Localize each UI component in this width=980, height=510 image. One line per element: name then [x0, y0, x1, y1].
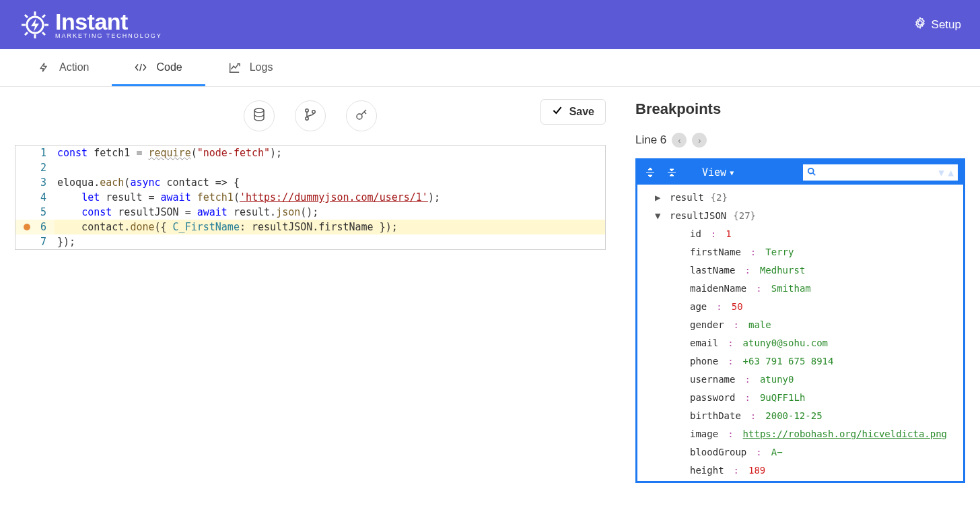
- prev-breakpoint-button[interactable]: ‹: [672, 133, 687, 148]
- variable-key: birthDate: [690, 407, 741, 425]
- viewer-toolbar: View ▼ ▼ ▲: [637, 160, 963, 185]
- code-line[interactable]: 7});: [15, 234, 605, 249]
- save-button[interactable]: Save: [540, 99, 606, 125]
- variable-row[interactable]: firstName:Terry: [641, 243, 963, 261]
- variable-row[interactable]: height:189: [641, 461, 963, 480]
- brand-name: Instant: [55, 10, 162, 33]
- variable-value: 9uQFF1Lh: [760, 389, 805, 407]
- variable-key: gender: [690, 316, 724, 334]
- expand-vertical-icon[interactable]: [643, 167, 658, 178]
- code-content[interactable]: const fetch1 = require("node-fetch");: [55, 146, 605, 160]
- code-content[interactable]: const resultJSON = await result.json();: [55, 205, 605, 220]
- line-number[interactable]: 5: [15, 205, 55, 220]
- svg-point-2: [306, 109, 308, 112]
- tab-logs-label: Logs: [250, 61, 273, 73]
- breakpoint-nav: Line 6 ‹ ›: [635, 133, 965, 148]
- line-number[interactable]: 7: [15, 234, 55, 249]
- view-dropdown[interactable]: View ▼: [702, 166, 734, 179]
- brand-gear-bolt-icon: [19, 9, 51, 41]
- variable-count: {2}: [711, 189, 728, 207]
- chevron-right-icon: ›: [698, 135, 701, 146]
- tab-code[interactable]: Code: [112, 49, 205, 86]
- line-number[interactable]: 2: [15, 160, 55, 175]
- variable-row[interactable]: birthDate:2000-12-25: [641, 407, 963, 425]
- variable-row[interactable]: bloodGroup:A−: [641, 443, 963, 461]
- brand-tagline: MARKETING TECHNOLOGY: [55, 33, 162, 39]
- svg-point-4: [312, 110, 315, 113]
- code-line[interactable]: 4 let result = await fetch1('https://dum…: [15, 190, 605, 205]
- variable-row[interactable]: ▶result {2}: [641, 189, 963, 207]
- key-button[interactable]: [346, 100, 377, 131]
- variable-row[interactable]: password:9uQFF1Lh: [641, 389, 963, 407]
- tab-action-label: Action: [59, 61, 89, 73]
- code-line[interactable]: 2: [15, 160, 605, 175]
- database-icon: [252, 108, 266, 124]
- variable-value: https://robohash.org/hicveldicta.png: [743, 425, 947, 443]
- colon: :: [731, 316, 742, 334]
- variable-key: username: [690, 371, 735, 389]
- search-prev-icon[interactable]: ▲: [948, 167, 954, 178]
- code-content[interactable]: });: [55, 234, 605, 249]
- branch-button[interactable]: [295, 100, 326, 131]
- variable-row[interactable]: maidenName:Smitham: [641, 280, 963, 298]
- variable-value: Smitham: [771, 280, 811, 298]
- top-header: Instant MARKETING TECHNOLOGY Setup: [0, 0, 980, 49]
- variable-row[interactable]: lastName:Medhurst: [641, 261, 963, 280]
- variable-row[interactable]: phone:+63 791 675 8914: [641, 352, 963, 371]
- code-content[interactable]: contact.done({ C_FirstName: resultJSON.f…: [55, 220, 605, 234]
- variable-row[interactable]: image:https://robohash.org/hicveldicta.p…: [641, 425, 963, 443]
- git-branch-icon: [304, 108, 317, 124]
- colon: :: [725, 425, 736, 443]
- variable-key: email: [690, 334, 718, 352]
- variable-row[interactable]: id:1: [641, 225, 963, 243]
- variable-row[interactable]: username:atuny0: [641, 371, 963, 389]
- line-number[interactable]: 3: [15, 175, 55, 190]
- variable-key: image: [690, 425, 718, 443]
- variable-row[interactable]: email:atuny0@sohu.com: [641, 334, 963, 352]
- setup-button[interactable]: Setup: [914, 17, 961, 32]
- variable-row[interactable]: gender:male: [641, 316, 963, 334]
- tab-action[interactable]: Action: [15, 49, 112, 86]
- tabs-row: Action Code Logs: [0, 49, 980, 87]
- search-icon: [807, 167, 816, 179]
- save-label: Save: [569, 106, 594, 118]
- variable-key: age: [690, 298, 707, 316]
- chevron-left-icon: ‹: [678, 135, 680, 146]
- next-breakpoint-button[interactable]: ›: [692, 133, 707, 148]
- code-content[interactable]: let result = await fetch1('https://dummy…: [55, 190, 605, 205]
- colon: :: [725, 334, 736, 352]
- variable-value: Terry: [765, 243, 794, 261]
- svg-point-5: [357, 114, 362, 119]
- key-icon: [355, 108, 368, 124]
- viewer-search[interactable]: ▼ ▲: [803, 164, 958, 181]
- code-line[interactable]: 6 contact.done({ C_FirstName: resultJSON…: [15, 220, 605, 234]
- code-line[interactable]: 3eloqua.each(async contact => {: [15, 175, 605, 190]
- search-next-icon[interactable]: ▼: [938, 167, 944, 178]
- variable-row[interactable]: age:50: [641, 298, 963, 316]
- code-line[interactable]: 5 const resultJSON = await result.json()…: [15, 205, 605, 220]
- bolt-icon: [38, 61, 50, 73]
- variable-row[interactable]: ▼resultJSON {27}: [641, 207, 963, 225]
- code-content[interactable]: [55, 160, 605, 175]
- viewer-search-input[interactable]: [820, 168, 934, 178]
- collapse-vertical-icon[interactable]: [664, 167, 679, 178]
- caret-right-icon[interactable]: ▶: [655, 189, 663, 207]
- tab-logs[interactable]: Logs: [205, 49, 296, 86]
- caret-down-icon[interactable]: ▼: [655, 207, 663, 225]
- line-number[interactable]: 1: [15, 146, 55, 160]
- breakpoint-dot-icon[interactable]: [24, 224, 30, 230]
- line-number[interactable]: 6: [15, 220, 55, 234]
- code-content[interactable]: eloqua.each(async contact => {: [55, 175, 605, 190]
- variable-value: 189: [748, 461, 765, 480]
- setup-label: Setup: [932, 18, 961, 32]
- colon: :: [742, 389, 753, 407]
- variable-count: {27}: [733, 207, 756, 225]
- variable-value: A−: [771, 443, 783, 461]
- tab-code-label: Code: [156, 61, 182, 73]
- chevron-down-icon: ▼: [730, 169, 734, 177]
- line-number[interactable]: 4: [15, 190, 55, 205]
- code-editor[interactable]: 1const fetch1 = require("node-fetch");23…: [15, 145, 606, 250]
- database-button[interactable]: [244, 100, 275, 131]
- colon: :: [708, 225, 719, 243]
- code-line[interactable]: 1const fetch1 = require("node-fetch");: [15, 146, 605, 160]
